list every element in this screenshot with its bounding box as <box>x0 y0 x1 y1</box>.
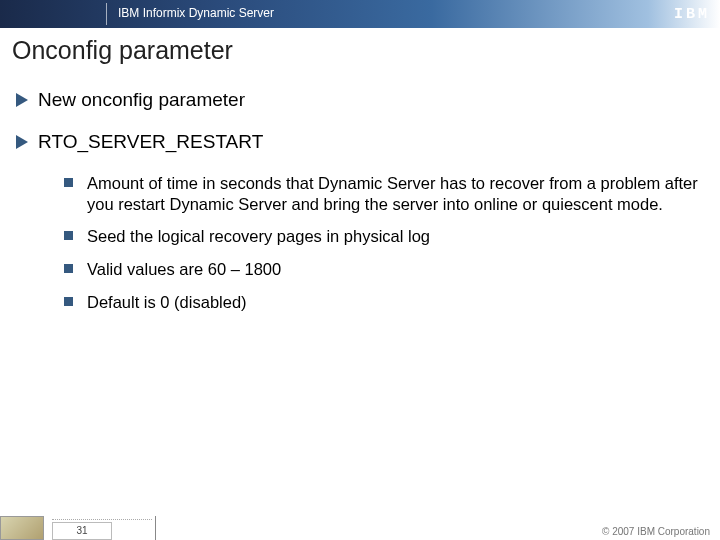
slide-footer: 31 © 2007 IBM Corporation <box>0 518 720 540</box>
product-name: IBM Informix Dynamic Server <box>118 6 274 20</box>
slide-content: New onconfig parameter RTO_SERVER_RESTAR… <box>0 89 720 312</box>
bullet-level1: New onconfig parameter <box>0 89 720 111</box>
bullet-text: Amount of time in seconds that Dynamic S… <box>87 173 700 214</box>
bullet-level2: Amount of time in seconds that Dynamic S… <box>0 173 700 214</box>
bullet-text: Seed the logical recovery pages in physi… <box>87 226 430 247</box>
square-icon <box>64 297 73 306</box>
bullet-level2: Default is 0 (disabled) <box>0 292 700 313</box>
ibm-logo: IBM <box>674 6 710 23</box>
page-number: 31 <box>52 522 112 540</box>
arrow-icon <box>16 135 28 149</box>
bullet-text: Default is 0 (disabled) <box>87 292 247 313</box>
bullet-text: New onconfig parameter <box>38 89 245 111</box>
footer-divider <box>155 516 156 540</box>
square-icon <box>64 264 73 273</box>
bullet-level2: Seed the logical recovery pages in physi… <box>0 226 700 247</box>
square-icon <box>64 178 73 187</box>
bullet-level2: Valid values are 60 – 1800 <box>0 259 700 280</box>
bullet-level1: RTO_SERVER_RESTART <box>0 131 720 153</box>
footer-swatch-icon <box>0 516 44 540</box>
slide-title: Onconfig parameter <box>12 36 720 65</box>
bullet-text: RTO_SERVER_RESTART <box>38 131 263 153</box>
bullet-text: Valid values are 60 – 1800 <box>87 259 281 280</box>
slide-header: IBM Informix Dynamic Server IBM <box>0 0 720 28</box>
footer-rule <box>52 519 152 520</box>
square-icon <box>64 231 73 240</box>
copyright: © 2007 IBM Corporation <box>602 526 710 537</box>
arrow-icon <box>16 93 28 107</box>
header-divider <box>106 3 107 25</box>
